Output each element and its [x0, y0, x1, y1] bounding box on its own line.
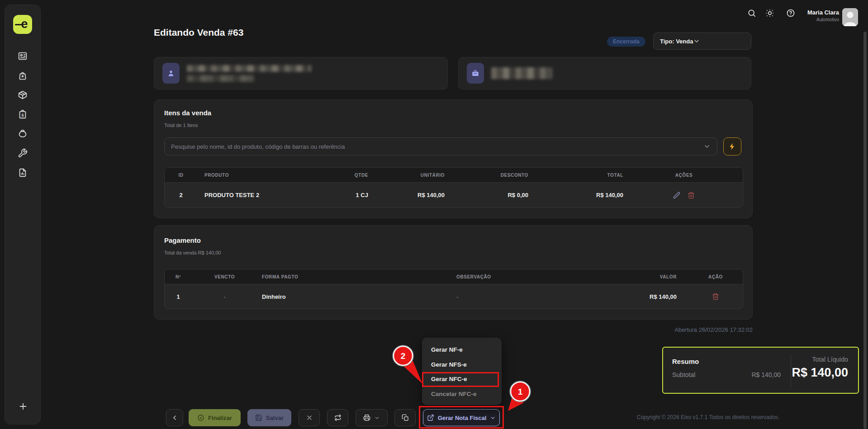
- search-icon[interactable]: [747, 9, 756, 18]
- repeat-button[interactable]: [327, 409, 348, 426]
- col-header-total: TOTAL: [530, 173, 625, 178]
- type-select-value: Tipo: Venda: [660, 38, 693, 45]
- items-section: Itens da venda Total de 1 Itens ID PRODU…: [154, 99, 753, 218]
- subtotal-value: R$ 140,00: [751, 371, 781, 378]
- col-header-observacao: OBSERVAÇÃO: [456, 274, 616, 279]
- help-icon[interactable]: [786, 9, 795, 18]
- person-icon: [162, 63, 180, 84]
- salvar-button[interactable]: Salvar: [247, 409, 291, 426]
- delete-item-button[interactable]: [688, 192, 695, 199]
- menu-item-gerar-nfce[interactable]: Gerar NFC-e: [422, 372, 502, 387]
- wrench-icon: [18, 148, 28, 158]
- summary-divider: [791, 355, 791, 387]
- cell-num: 1: [165, 293, 192, 300]
- items-section-title: Itens da venda: [164, 109, 211, 117]
- finalizar-button[interactable]: Finalizar: [189, 409, 241, 426]
- chevron-down-icon: [374, 415, 380, 421]
- print-button[interactable]: [356, 409, 388, 426]
- sidebar-item-sales[interactable]: [18, 71, 28, 80]
- redacted-company-name: [491, 67, 552, 79]
- col-header-desconto: DESCONTO: [446, 173, 530, 178]
- col-header-id: ID: [165, 173, 197, 178]
- cell-produto: PRODUTO TESTE 2: [197, 192, 329, 198]
- svg-text:$: $: [21, 113, 24, 118]
- menu-item-gerar-nfse[interactable]: Gerar NFS-e: [422, 357, 502, 372]
- sidebar-item-reports[interactable]: [18, 168, 28, 178]
- redacted-customer-name: [187, 65, 311, 72]
- status-badge: Encerrada: [607, 37, 645, 47]
- sidebar: e $: [5, 5, 41, 424]
- avatar[interactable]: [842, 8, 858, 26]
- subtotal-row: Subtotal R$ 140,00: [672, 371, 781, 378]
- sidebar-add-button[interactable]: [18, 401, 28, 411]
- cell-desconto: R$ 0,00: [446, 192, 530, 198]
- menu-item-gerar-nfe[interactable]: Gerar NF-e: [422, 342, 502, 357]
- back-button[interactable]: [166, 409, 183, 426]
- scrollbar[interactable]: [863, 32, 867, 429]
- edit-item-button[interactable]: [673, 192, 680, 199]
- cell-unitario: R$ 140,00: [370, 192, 446, 198]
- cell-forma-pagto: Dinheiro: [257, 293, 456, 300]
- col-header-valor: VALOR: [616, 274, 688, 279]
- brightness-icon[interactable]: [765, 9, 774, 18]
- cell-vencto: -: [192, 293, 257, 300]
- total-liquido-label: Total Líquido: [812, 356, 848, 363]
- duplicate-button[interactable]: [394, 409, 416, 426]
- summary-box: Resumo Subtotal R$ 140,00 Total Líquido …: [662, 347, 859, 394]
- delete-payment-button[interactable]: [712, 293, 719, 300]
- sidebar-item-contacts[interactable]: [18, 51, 28, 61]
- chevron-down-icon[interactable]: [703, 143, 711, 150]
- quick-add-button[interactable]: [723, 137, 741, 156]
- redacted-customer-detail: [187, 75, 255, 82]
- lightning-icon: [728, 142, 736, 151]
- product-search-input[interactable]: [171, 143, 703, 150]
- payment-section: Pagamento Total da venda R$ 140,00 Nº VE…: [154, 225, 753, 320]
- page-title: Editando Venda #63: [154, 27, 243, 38]
- col-header-num: Nº: [165, 274, 192, 279]
- subtotal-label: Subtotal: [672, 371, 695, 378]
- gerar-nota-fiscal-button[interactable]: Gerar Nota Fiscal: [423, 409, 500, 426]
- copy-icon: [402, 414, 409, 421]
- cell-id: 2: [165, 192, 197, 198]
- sidebar-item-finance[interactable]: [18, 129, 28, 139]
- annotation-step-1: 1: [518, 387, 523, 396]
- col-header-qtde: QTDE: [329, 173, 370, 178]
- type-select[interactable]: Tipo: Venda: [653, 33, 751, 50]
- customer-info-redacted: [187, 65, 311, 82]
- cell-qtde: 1 CJ: [329, 192, 370, 198]
- col-header-produto: PRODUTO: [197, 173, 329, 178]
- sidebar-item-products[interactable]: [18, 90, 28, 100]
- finalizar-label: Finalizar: [208, 415, 232, 421]
- annotation-arrow-1: [508, 396, 524, 411]
- file-chart-icon: [18, 168, 28, 178]
- gerar-nota-label: Gerar Nota Fiscal: [438, 415, 487, 421]
- salvar-label: Salvar: [266, 415, 284, 421]
- user-role: Automotivo: [807, 17, 839, 22]
- menu-item-cancelar-nfce: Cancelar NFC-e: [422, 387, 502, 401]
- chevron-down-icon: [693, 38, 700, 45]
- annotation-step-2: 2: [401, 351, 406, 361]
- customer-card[interactable]: [154, 57, 448, 90]
- repeat-icon: [334, 414, 342, 421]
- sidebar-item-services[interactable]: [18, 148, 28, 158]
- cell-valor: R$ 140,00: [616, 293, 688, 300]
- company-info-redacted: [491, 67, 552, 79]
- contact-card-icon: [18, 51, 28, 61]
- package-icon: [18, 90, 28, 100]
- company-card[interactable]: [458, 57, 751, 90]
- payment-table: Nº VENCTO FORMA PAGTO OBSERVAÇÃO VALOR A…: [164, 269, 743, 309]
- col-header-acoes: AÇÕES: [625, 173, 743, 178]
- sidebar-item-budgets[interactable]: $: [18, 109, 28, 119]
- app-logo[interactable]: e: [13, 15, 32, 34]
- x-icon: [306, 414, 313, 421]
- col-header-forma-pagto: FORMA PAGTO: [257, 274, 456, 279]
- total-liquido-value: R$ 140,00: [792, 366, 848, 380]
- save-icon: [255, 414, 262, 421]
- table-row: 2 PRODUTO TESTE 2 1 CJ R$ 140,00 R$ 0,00…: [165, 183, 743, 207]
- user-menu[interactable]: Maria Clara Automotivo: [807, 9, 839, 22]
- col-header-acao: AÇÃO: [688, 274, 743, 279]
- cell-actions: [625, 192, 743, 199]
- sidebar-nav: $: [18, 51, 28, 178]
- cancel-button[interactable]: [299, 409, 320, 426]
- clipboard-dollar-icon: $: [18, 109, 28, 119]
